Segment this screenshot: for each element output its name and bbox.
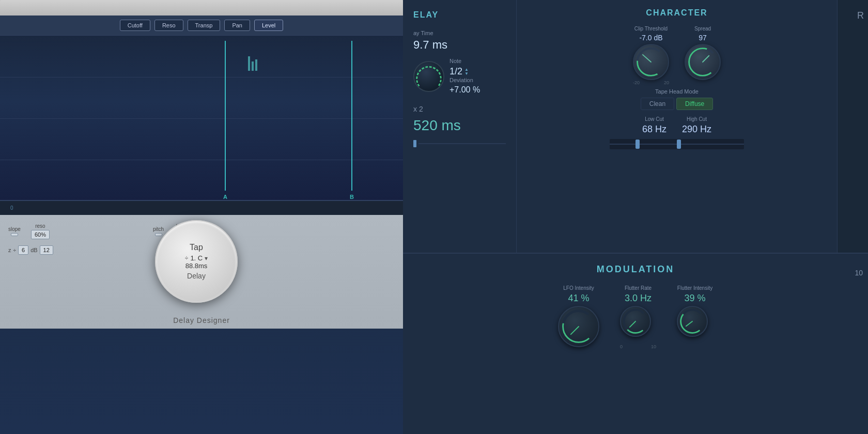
flutter-rate-label: Flutter Rate: [625, 285, 652, 291]
cursor-a[interactable]: A: [225, 41, 226, 191]
mini-bar-2: [252, 61, 254, 71]
lfo-intensity-group: LFO Intensity 41 %: [558, 285, 599, 349]
low-cut-label: Low Cut: [645, 116, 664, 122]
high-cut-group: High Cut 290 Hz: [682, 116, 711, 135]
note-value[interactable]: 1/2 ▲ ▼: [450, 66, 480, 77]
svg-line-11: [630, 321, 636, 327]
high-cut-value: 290 Hz: [682, 124, 711, 135]
clip-threshold-label: Clip Threshold: [634, 26, 668, 32]
side-panel-right: R: [837, 0, 868, 253]
pitch-label: pitch: [153, 226, 164, 232]
delay-params: ELAY ay Time 9.7 ms Note 1/2 ▲ ▼: [403, 0, 517, 253]
svg-line-2: [643, 55, 651, 62]
clip-threshold-range: -20 20: [633, 80, 669, 85]
modulation-knob-row: LFO Intensity 41 % Flutter Rate 3.0 Hz: [413, 285, 858, 349]
reso-label: reso: [35, 223, 45, 229]
db-unit: dB: [30, 247, 37, 253]
clip-threshold-group: Clip Threshold -7.0 dB -20 20: [633, 26, 669, 80]
reso-value: 60%: [31, 230, 50, 239]
multiplier-value: x 2: [413, 105, 506, 113]
filter-button-row: Cutoff Reso Transp Pan Level: [0, 16, 403, 35]
cut-row: Low Cut 68 Hz High Cut 290 Hz: [527, 116, 827, 135]
character-title: CHARACTER: [527, 8, 827, 18]
tape-head-mode-label: Tape Head Mode: [527, 88, 827, 95]
reso-group: reso 60%: [31, 223, 50, 239]
mini-bar-3: [255, 59, 257, 71]
note-label: Note: [450, 58, 480, 64]
filter-value: 12: [40, 245, 53, 255]
cursor-b-label: B: [350, 194, 354, 200]
tap-ms-value: 88.8ms: [185, 262, 208, 270]
reso-button[interactable]: Reso: [154, 20, 183, 31]
right-panel: ELAY ay Time 9.7 ms Note 1/2 ▲ ▼: [403, 0, 868, 434]
tap-circle[interactable]: Tap ÷ 1. C ▾ 88.8ms Delay: [155, 220, 238, 303]
delay-grid: A B: [0, 35, 403, 200]
flutter-intensity-label: Flutter Intensity: [677, 285, 712, 291]
spread-value: 97: [699, 34, 707, 42]
flutter-rate-knob[interactable]: [620, 306, 656, 342]
db-value: 6: [18, 245, 28, 255]
low-cut-group: Low Cut 68 Hz: [642, 116, 667, 135]
flutter-rate-value: 3.0 Hz: [625, 293, 652, 304]
timeline: 0: [0, 200, 403, 215]
tap-label: Tap: [190, 243, 203, 252]
side-number-indicator: 10: [855, 269, 863, 277]
spread-label: Spread: [694, 26, 711, 32]
transp-button[interactable]: Transp: [188, 20, 221, 31]
diffuse-button[interactable]: Diffuse: [676, 98, 713, 110]
pitch-value: [155, 233, 162, 236]
grid-line-3: [0, 160, 403, 160]
cutoff-button[interactable]: Cutoff: [120, 20, 150, 31]
svg-line-8: [571, 327, 579, 334]
svg-line-5: [703, 56, 709, 62]
deviation-value: +7.00 %: [450, 85, 480, 95]
delay-time-label: ay Time: [413, 30, 506, 36]
slope-label: slope: [8, 226, 21, 232]
pitch-group: pitch: [153, 226, 164, 236]
left-panel: Cutoff Reso Transp Pan Level A B 0 Tap: [0, 0, 403, 434]
side-letter-r: R: [857, 10, 864, 21]
character-knob-row: Clip Threshold -7.0 dB -20 20: [527, 26, 827, 80]
level-button[interactable]: Level: [254, 20, 283, 31]
pan-button[interactable]: Pan: [224, 20, 250, 31]
clean-button[interactable]: Clean: [641, 98, 674, 110]
tape-head-mode: Tape Head Mode Clean Diffuse: [527, 88, 827, 110]
spread-knob[interactable]: [685, 44, 721, 80]
top-bar: [0, 0, 403, 16]
modulation-title: MODULATION: [413, 264, 858, 275]
lfo-intensity-label: LFO Intensity: [563, 285, 594, 291]
note-arrows[interactable]: ▲ ▼: [464, 68, 469, 76]
modulation-section: MODULATION LFO Intensity 41 %: [403, 253, 868, 434]
low-cut-handle[interactable]: [636, 140, 640, 149]
flutter-intensity-value: 39 %: [684, 293, 705, 304]
svg-line-14: [686, 321, 692, 326]
grid-line-1: [0, 77, 403, 78]
character-section: CHARACTER Clip Threshold -7.0 dB: [517, 0, 837, 253]
high-cut-label: High Cut: [687, 116, 707, 122]
slope-value: [11, 233, 18, 236]
mini-bars: [248, 56, 257, 71]
delay-character-section: ELAY ay Time 9.7 ms Note 1/2 ▲ ▼: [403, 0, 868, 253]
tap-note-value: ÷ 1. C ▾: [185, 254, 208, 262]
flutter-intensity-knob[interactable]: [677, 306, 713, 342]
deviation-label: Deviation: [450, 77, 480, 83]
lfo-intensity-value: 41 %: [568, 293, 589, 304]
delay-section-title: ELAY: [413, 10, 506, 20]
high-cut-handle[interactable]: [677, 140, 681, 149]
lfo-knob[interactable]: [558, 306, 599, 347]
flutter-rate-group: Flutter Rate 3.0 Hz 0 10: [620, 285, 656, 349]
bottom-controls: Tap ÷ 1. C ▾ 88.8ms Delay slope reso 60%…: [0, 215, 403, 329]
delay-slider[interactable]: [413, 140, 506, 147]
clip-threshold-knob[interactable]: -20 20: [633, 44, 669, 80]
mini-bar-1: [248, 56, 250, 71]
cut-slider[interactable]: [610, 139, 744, 149]
delay-time-value: 9.7 ms: [413, 38, 506, 52]
timeline-start: 0: [10, 205, 13, 211]
mode-button-row: Clean Diffuse: [527, 98, 827, 110]
big-time-value: 520 ms: [413, 117, 506, 134]
flutter-intensity-group: Flutter Intensity 39 %: [677, 285, 713, 349]
slope-group: slope: [8, 226, 21, 236]
spread-group: Spread 97: [685, 26, 721, 80]
cursor-a-label: A: [223, 194, 227, 200]
cursor-b[interactable]: B: [351, 41, 352, 191]
